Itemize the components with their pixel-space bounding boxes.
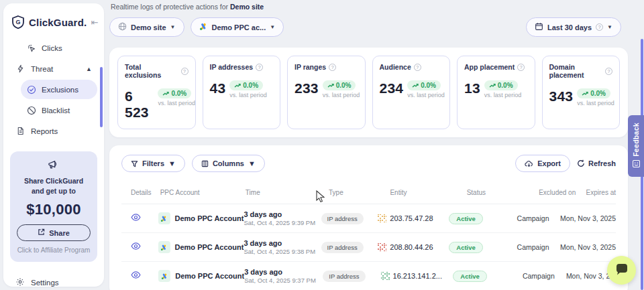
sidebar-item-label: Clicks	[42, 44, 62, 52]
stat-card-total-exclusions: Total exclusions? 6 523 0.0%vs. last per…	[117, 56, 196, 129]
time-absolute: Sat, Oct 4, 2025 9:37 PM	[244, 277, 323, 284]
stat-label: Total exclusions	[125, 63, 178, 79]
help-icon[interactable]: ?	[329, 64, 336, 71]
site-selector-label: Demo site	[131, 23, 166, 31]
sidebar-item-blacklist[interactable]: Blacklist	[21, 100, 97, 120]
share-button[interactable]: Share	[17, 224, 91, 241]
filter-funnel-icon	[131, 160, 138, 167]
entity-value[interactable]: 16.213.141.2...	[393, 272, 442, 280]
chevron-down-icon: ▼	[607, 24, 612, 30]
promo-text: Share ClickGuard and get up to	[17, 176, 91, 196]
trend-value: 0.0%	[498, 82, 513, 89]
trend-value: 0.0%	[336, 82, 352, 89]
help-icon[interactable]: ?	[181, 68, 189, 75]
stat-label: IP addresses	[210, 63, 254, 71]
entity-value[interactable]: 203.75.47.28	[390, 214, 433, 222]
chevron-down-icon: ▼	[248, 159, 256, 167]
logs-table: Details PPC Account Time Type Entity Sta…	[121, 182, 616, 290]
table-toolbar: Filters ▼ Columns ▼ Export Refresh	[121, 155, 616, 172]
filters-label: Filters	[142, 159, 164, 167]
sidebar-item-reports[interactable]: Reports	[10, 121, 97, 141]
trend-up-icon	[489, 83, 496, 88]
view-details-eye-icon[interactable]	[131, 271, 141, 281]
help-icon[interactable]: ?	[256, 64, 263, 71]
refresh-button[interactable]: Refresh	[577, 159, 616, 167]
stat-card-app-placement: App placement? 13 0.0%vs. last period	[457, 56, 535, 129]
table-header-row: Details PPC Account Time Type Entity Sta…	[121, 182, 616, 204]
chevron-down-icon: ▼	[170, 24, 176, 30]
promo-amount: $10,000	[17, 201, 91, 218]
sidebar-item-exclusions[interactable]: Exclusions	[21, 80, 97, 99]
sidebar-item-clicks[interactable]: Clicks	[21, 38, 97, 58]
sidebar-item-settings[interactable]: Settings	[3, 271, 104, 290]
help-icon[interactable]: ?	[414, 64, 421, 71]
col-header-status[interactable]: Status	[467, 189, 537, 196]
stat-value: 233	[294, 80, 319, 96]
date-range-selector[interactable]: Last 30 days ? ▼	[526, 17, 621, 37]
brand-name: ClickGuard.	[29, 17, 87, 28]
col-header-type[interactable]: Type	[329, 189, 390, 196]
trend-up-icon	[412, 83, 419, 88]
sidebar: G ClickGuard. ⇤ Clicks Threat ▲ Exclusio…	[3, 3, 104, 287]
stat-card-ip-ranges: IP ranges? 233 0.0%vs. last period	[287, 56, 366, 129]
google-ads-icon	[158, 241, 170, 253]
excluded-on-value: Campaign	[514, 214, 552, 222]
col-header-entity[interactable]: Entity	[390, 189, 466, 196]
time-relative: 3 days ago	[244, 210, 321, 218]
trend-sub: vs. last period	[158, 100, 188, 106]
globe-icon	[118, 22, 127, 32]
col-header-details[interactable]: Details	[121, 189, 160, 196]
refresh-icon	[577, 159, 585, 167]
ppc-account-selector[interactable]: Demo PPC ac... ▼	[191, 17, 284, 37]
stat-value: 13	[464, 80, 480, 96]
col-header-ppc-account[interactable]: PPC Account	[160, 189, 246, 196]
sidebar-scrollbar[interactable]	[100, 67, 103, 127]
gear-icon	[15, 277, 25, 288]
stat-value: 234	[380, 80, 404, 96]
col-header-expires-at[interactable]: Expires at	[578, 189, 616, 196]
excluded-on-value: Campaign	[514, 243, 552, 251]
share-label: Share	[49, 229, 70, 237]
help-icon[interactable]: ?	[517, 64, 525, 71]
sidebar-item-label: Exclusions	[42, 86, 78, 94]
calendar-icon	[535, 22, 543, 32]
sidebar-item-threat[interactable]: Threat ▲	[10, 59, 97, 78]
trend-value: 0.0%	[421, 82, 436, 89]
document-icon	[15, 126, 25, 136]
feedback-tab[interactable]: Feedback	[628, 115, 644, 177]
filters-button[interactable]: Filters ▼	[121, 155, 185, 172]
chevron-up-icon[interactable]: ▲	[86, 66, 92, 72]
ppc-account-selector-label: Demo PPC ac...	[212, 23, 266, 31]
chat-widget-button[interactable]	[607, 256, 636, 285]
settings-label: Settings	[31, 279, 59, 287]
sidebar-collapse-icon[interactable]: ⇤	[91, 17, 98, 27]
affiliate-promo-card[interactable]: Share ClickGuard and get up to $10,000 S…	[10, 151, 97, 262]
view-details-eye-icon[interactable]	[131, 242, 141, 252]
affiliate-link-text[interactable]: Click to Affiliate Program	[17, 246, 91, 254]
sidebar-item-label: Threat	[31, 65, 53, 73]
view-details-eye-icon[interactable]	[131, 214, 141, 223]
status-badge: Active	[453, 271, 487, 282]
trend-sub: vs. last period	[229, 92, 267, 98]
trend-up-icon	[162, 91, 169, 96]
col-header-excluded-on[interactable]: Excluded on	[537, 189, 578, 196]
filter-bar: Demo site ▼ Demo PPC ac... ▼ Last 30 day…	[109, 17, 644, 37]
table-row[interactable]: Demo PPC Account 3 days agoSat, Oct 4, 2…	[121, 204, 616, 233]
table-row[interactable]: Demo PPC Account 3 days agoSat, Oct 4, 2…	[121, 262, 616, 290]
export-button[interactable]: Export	[515, 155, 570, 172]
blocked-icon	[26, 105, 36, 115]
col-header-time[interactable]: Time	[246, 189, 329, 196]
trend-up-icon	[234, 83, 241, 88]
type-badge: IP address	[321, 213, 364, 224]
entity-value[interactable]: 208.80.44.26	[390, 243, 433, 251]
time-absolute: Sat, Oct 4, 2025 9:38 PM	[244, 248, 321, 255]
columns-label: Columns	[213, 159, 244, 167]
table-row[interactable]: Demo PPC Account 3 days agoSat, Oct 4, 2…	[121, 233, 616, 262]
time-relative: 3 days ago	[244, 239, 321, 247]
columns-button[interactable]: Columns ▼	[192, 155, 265, 172]
check-circle-icon	[26, 84, 36, 94]
type-badge: IP address	[321, 242, 364, 253]
date-range-label: Last 30 days	[547, 23, 592, 31]
help-icon[interactable]: ?	[605, 68, 612, 75]
site-selector[interactable]: Demo site ▼	[109, 17, 184, 37]
